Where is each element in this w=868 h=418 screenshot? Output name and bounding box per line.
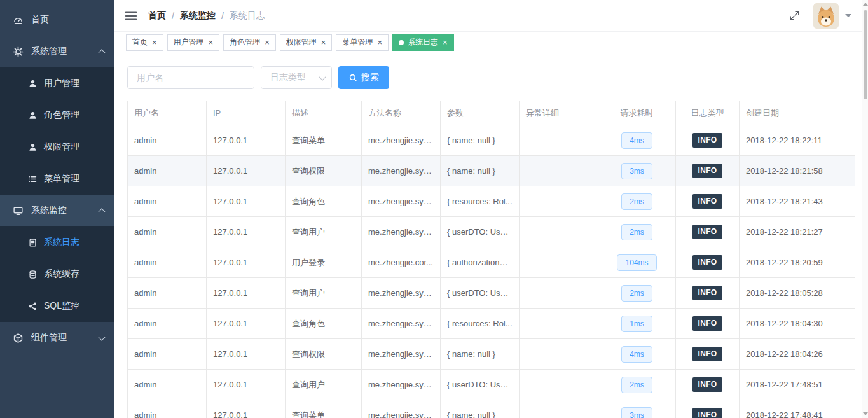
sidebar-item-label: 系统日志 (44, 237, 79, 248)
sidebar-item-role-management[interactable]: 角色管理 (0, 99, 114, 131)
sidebar-item-system-cache[interactable]: 系统缓存 (0, 258, 114, 290)
close-icon[interactable]: × (209, 38, 214, 46)
close-icon[interactable]: × (152, 38, 157, 46)
cell-params: { name: null } (441, 156, 520, 186)
cell-description: 查询菜单 (286, 125, 362, 156)
scrollbar-thumb[interactable] (864, 10, 867, 99)
request-time-badge[interactable]: 4ms (621, 132, 652, 149)
cell-params: { resources: Rol... (441, 309, 520, 339)
cell-time: 104ms (598, 247, 676, 278)
table-row: admin127.0.0.1查询菜单me.zhengjie.syst...{ n… (128, 125, 855, 156)
log-level-badge: INFO (692, 408, 723, 418)
breadcrumb-home[interactable]: 首页 (148, 10, 166, 22)
request-time-badge[interactable]: 2ms (621, 193, 652, 210)
cell-description: 查询角色 (286, 186, 362, 217)
cell-ip: 127.0.0.1 (207, 370, 286, 400)
cell-ip: 127.0.0.1 (207, 125, 286, 156)
sidebar-item-label: 权限管理 (44, 141, 79, 153)
search-bar: 日志类型 搜索 (127, 66, 855, 89)
cell-username: admin (128, 278, 207, 309)
tag-label: 系统日志 (408, 37, 438, 48)
request-time-badge[interactable]: 2ms (621, 285, 652, 302)
avatar[interactable] (813, 3, 839, 29)
cell-params: { name: null } (441, 400, 520, 418)
cell-ip: 127.0.0.1 (207, 247, 286, 278)
tag-label: 首页 (132, 37, 148, 48)
table-row: admin127.0.0.1查询用户me.zhengjie.syst...{ u… (128, 217, 855, 247)
cell-exception (520, 247, 598, 278)
table-body: admin127.0.0.1查询菜单me.zhengjie.syst...{ n… (128, 125, 855, 418)
username-input[interactable] (127, 66, 254, 89)
cell-date: 2018-12-22 18:21:58 (740, 156, 855, 186)
request-time-badge[interactable]: 4ms (621, 346, 652, 363)
breadcrumb-system-monitor[interactable]: 系统监控 (180, 10, 216, 22)
tag-label: 菜单管理 (342, 37, 373, 48)
table-row: admin127.0.0.1用户登录me.zhengjie.cor...{ au… (128, 247, 855, 278)
table-row: admin127.0.0.1查询权限me.zhengjie.syst...{ n… (128, 339, 855, 370)
cell-date: 2018-12-22 17:48:51 (740, 370, 855, 400)
cell-exception (520, 278, 598, 309)
tag-system-log[interactable]: 系统日志× (392, 34, 454, 51)
scroll-down-arrow[interactable] (863, 412, 868, 415)
close-icon[interactable]: × (321, 38, 326, 46)
request-time-badge[interactable]: 3ms (621, 407, 652, 418)
request-time-badge[interactable]: 104ms (617, 254, 656, 271)
cell-date: 2018-12-22 18:04:26 (740, 339, 855, 370)
log-level-badge: INFO (692, 316, 723, 330)
tag-label: 角色管理 (230, 37, 260, 48)
request-time-badge[interactable]: 2ms (621, 224, 652, 240)
log-level-badge: INFO (692, 164, 723, 178)
cell-username: admin (128, 339, 207, 370)
sidebar-item-system-monitor[interactable]: 系统监控 (0, 195, 114, 226)
cell-params: { userDTO: User... (441, 370, 520, 400)
sidebar-item-system-management[interactable]: 系统管理 (0, 36, 114, 67)
cell-ip: 127.0.0.1 (207, 400, 286, 418)
scroll-up-arrow[interactable] (863, 3, 868, 6)
sidebar-item-component-management[interactable]: 组件管理 (0, 322, 114, 354)
search-button[interactable]: 搜索 (338, 66, 389, 89)
cell-description: 查询权限 (286, 339, 362, 370)
request-time-badge[interactable]: 3ms (621, 163, 652, 179)
tag-permission-management[interactable]: 权限管理× (280, 34, 333, 51)
tag-menu-management[interactable]: 菜单管理× (336, 34, 389, 51)
sidebar-item-label: 系统缓存 (44, 268, 79, 280)
cell-exception (520, 125, 598, 156)
cell-level: INFO (676, 370, 740, 400)
sidebar-item-permission-management[interactable]: 权限管理 (0, 131, 114, 163)
cell-ip: 127.0.0.1 (207, 156, 286, 186)
table-header-row: 用户名IP描述方法名称参数异常详细请求耗时日志类型创建日期 (128, 101, 855, 125)
close-icon[interactable]: × (377, 38, 382, 46)
log-level-badge: INFO (692, 133, 723, 147)
cell-exception (520, 156, 598, 186)
cell-ip: 127.0.0.1 (207, 339, 286, 370)
sidebar-item-system-log[interactable]: 系统日志 (0, 226, 114, 258)
sidebar-item-menu-management[interactable]: 菜单管理 (0, 163, 114, 195)
cell-ip: 127.0.0.1 (207, 309, 286, 339)
request-time-badge[interactable]: 1ms (621, 316, 652, 332)
cell-time: 2ms (598, 370, 676, 400)
tag-home[interactable]: 首页× (126, 34, 163, 51)
fullscreen-icon[interactable] (789, 10, 801, 22)
column-header-method: 方法名称 (362, 101, 441, 125)
log-level-badge: INFO (692, 377, 723, 391)
tag-role-management[interactable]: 角色管理× (223, 34, 276, 51)
column-header-time: 请求耗时 (598, 101, 676, 125)
request-time-badge[interactable]: 2ms (621, 377, 652, 393)
cell-username: admin (128, 156, 207, 186)
cell-date: 2018-12-22 18:22:11 (740, 125, 855, 156)
column-header-ip: IP (207, 101, 286, 125)
close-icon[interactable]: × (443, 38, 448, 46)
sidebar-item-sql-monitor[interactable]: SQL监控 (0, 290, 114, 322)
log-type-select[interactable]: 日志类型 (261, 66, 332, 89)
submenu-system-management: 用户管理角色管理权限管理菜单管理 (0, 67, 114, 195)
sidebar-item-user-management[interactable]: 用户管理 (0, 67, 114, 99)
tag-user-management[interactable]: 用户管理× (167, 34, 220, 51)
chevron-down-icon[interactable] (845, 14, 851, 17)
sidebar-item-home[interactable]: 首页 (0, 4, 114, 36)
vertical-scrollbar[interactable] (862, 0, 868, 418)
sidebar-item-label: 菜单管理 (44, 173, 79, 185)
close-icon[interactable]: × (265, 38, 270, 46)
cell-ip: 127.0.0.1 (207, 278, 286, 309)
hamburger-icon[interactable] (124, 9, 138, 23)
search-icon (348, 73, 357, 82)
